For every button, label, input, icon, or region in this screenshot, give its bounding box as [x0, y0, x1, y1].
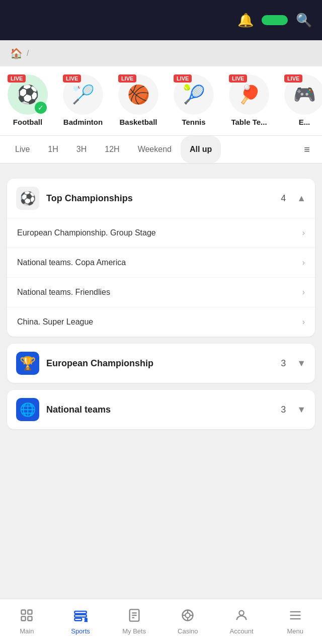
breadcrumb: 🏠 / [0, 40, 322, 66]
nav-label-account: Account [230, 627, 254, 635]
live-badge-basketball: LIVE [118, 74, 136, 83]
sport-item-tennis[interactable]: LIVE 🎾 Tennis [166, 74, 221, 131]
time-tab-allup[interactable]: All up [181, 136, 221, 163]
sport-label-esports: E... [299, 118, 310, 126]
list-item-top-championships-1[interactable]: National teams. Copa America › [7, 248, 315, 277]
time-filter-bar: Live1H3H12HWeekendAll up≡ [0, 136, 322, 164]
svg-point-13 [186, 613, 190, 617]
list-chevron-top-championships-0: › [302, 228, 305, 237]
main-content: ⚽ Top Championships 4 ▲ European Champio… [0, 164, 322, 487]
card-count-top-championships: 4 [281, 193, 286, 204]
list-chevron-top-championships-2: › [302, 288, 305, 297]
list-item-text-top-championships-3: China. Super League [17, 317, 93, 327]
card-count-european-championship: 3 [281, 358, 286, 369]
sport-icon-wrap-basketball: LIVE 🏀 [118, 74, 158, 115]
sport-emoji-esports: 🎮 [293, 84, 316, 105]
time-tab-1h[interactable]: 1H [39, 136, 67, 163]
header-actions: 🔔 🔍 [237, 13, 312, 28]
time-tab-live[interactable]: Live [6, 136, 39, 163]
nav-item-mybets[interactable]: My Bets [107, 599, 161, 644]
sport-emoji-badminton: 🏸 [72, 84, 95, 105]
selected-check-football: ✓ [35, 102, 47, 114]
filter-icon[interactable]: ≡ [298, 138, 316, 162]
championship-card-top-championships: ⚽ Top Championships 4 ▲ European Champio… [7, 179, 315, 337]
card-title-european-championship: European Championship [46, 358, 274, 369]
deposit-button[interactable] [262, 15, 288, 25]
live-badge-esports: LIVE [284, 74, 302, 83]
sport-item-football[interactable]: LIVE ⚽ ✓ Football [0, 74, 55, 131]
nav-icon-menu [288, 608, 302, 625]
nav-label-sports: Sports [71, 627, 90, 635]
nav-label-main: Main [20, 627, 34, 635]
live-badge-badminton: LIVE [63, 74, 81, 83]
chevron-top-championships: ▲ [297, 193, 306, 204]
sport-emoji-tennis: 🎾 [183, 84, 205, 105]
card-header-national-teams[interactable]: 🌐 National teams 3 ▼ [7, 390, 315, 429]
list-item-text-top-championships-0: European Championship. Group Stage [17, 228, 156, 237]
championship-card-national-teams: 🌐 National teams 3 ▼ [7, 390, 315, 429]
list-item-text-top-championships-1: National teams. Copa America [17, 258, 126, 267]
list-item-top-championships-3[interactable]: China. Super League › [7, 307, 315, 337]
chevron-national-teams: ▼ [297, 405, 306, 415]
sport-item-esports[interactable]: LIVE 🎮 E... [277, 74, 322, 131]
svg-text:2:1: 2:1 [85, 617, 88, 622]
championship-card-european-championship: 🏆 European Championship 3 ▼ [7, 344, 315, 383]
live-badge-table-tennis: LIVE [229, 74, 247, 83]
list-item-text-top-championships-2: National teams. Friendlies [17, 288, 110, 297]
svg-rect-4 [74, 611, 86, 614]
chevron-european-championship: ▼ [297, 358, 306, 369]
list-chevron-top-championships-3: › [302, 317, 305, 327]
nav-icon-main [20, 608, 34, 625]
svg-rect-6 [74, 618, 82, 621]
sport-icon-wrap-badminton: LIVE 🏸 [63, 74, 103, 115]
sport-item-basketball[interactable]: LIVE 🏀 Basketball [111, 74, 166, 131]
svg-rect-0 [22, 610, 26, 614]
time-tab-12h[interactable]: 12H [96, 136, 128, 163]
notification-icon[interactable]: 🔔 [237, 13, 254, 28]
nav-item-menu[interactable]: Menu [268, 599, 322, 644]
svg-point-18 [239, 611, 244, 615]
list-item-top-championships-0[interactable]: European Championship. Group Stage › [7, 218, 315, 248]
sports-scroll-list: LIVE ⚽ ✓ Football LIVE 🏸 Badminton LIVE … [0, 66, 322, 136]
sport-emoji-table-tennis: 🏓 [238, 84, 261, 105]
sport-emoji-basketball: 🏀 [127, 84, 150, 105]
time-tab-3h[interactable]: 3H [67, 136, 96, 163]
card-header-european-championship[interactable]: 🏆 European Championship 3 ▼ [7, 344, 315, 383]
card-title-national-teams: National teams [46, 405, 274, 415]
breadcrumb-separator: / [27, 49, 29, 58]
sport-label-table-tennis: Table Te... [231, 118, 267, 126]
sport-label-badminton: Badminton [63, 118, 103, 126]
svg-rect-3 [28, 616, 32, 620]
card-icon-european-championship: 🏆 [16, 352, 39, 375]
list-item-top-championships-2[interactable]: National teams. Friendlies › [7, 277, 315, 307]
nav-item-account[interactable]: Account [215, 599, 269, 644]
bottom-navigation: Main 2:1 Sports My Bets Casino Account M… [0, 599, 322, 644]
list-chevron-top-championships-1: › [302, 258, 305, 267]
svg-rect-2 [22, 616, 26, 620]
card-title-top-championships: Top Championships [46, 193, 274, 204]
breadcrumb-home-icon[interactable]: 🏠 [10, 47, 23, 59]
nav-item-sports[interactable]: 2:1 Sports [54, 599, 108, 644]
sport-icon-wrap-esports: LIVE 🎮 [284, 74, 322, 115]
sport-label-basketball: Basketball [119, 118, 157, 126]
nav-icon-casino [181, 608, 195, 625]
sport-label-football: Football [13, 118, 42, 126]
nav-icon-sports: 2:1 [73, 608, 88, 625]
live-badge-football: LIVE [8, 74, 26, 83]
sport-item-table-tennis[interactable]: LIVE 🏓 Table Te... [221, 74, 277, 131]
sport-label-tennis: Tennis [182, 118, 205, 126]
search-icon[interactable]: 🔍 [296, 13, 312, 28]
nav-item-main[interactable]: Main [0, 599, 54, 644]
card-header-top-championships[interactable]: ⚽ Top Championships 4 ▲ [7, 179, 315, 218]
nav-label-menu: Menu [287, 627, 303, 635]
card-icon-national-teams: 🌐 [16, 398, 39, 421]
sport-item-badminton[interactable]: LIVE 🏸 Badminton [55, 74, 111, 131]
nav-icon-account [234, 608, 249, 625]
card-count-national-teams: 3 [281, 405, 286, 415]
sport-icon-wrap-tennis: LIVE 🎾 [174, 74, 214, 115]
app-header: 🔔 🔍 [0, 0, 322, 40]
time-tab-weekend[interactable]: Weekend [129, 136, 181, 163]
nav-item-casino[interactable]: Casino [161, 599, 215, 644]
live-badge-tennis: LIVE [174, 74, 192, 83]
sport-icon-wrap-table-tennis: LIVE 🏓 [229, 74, 269, 115]
